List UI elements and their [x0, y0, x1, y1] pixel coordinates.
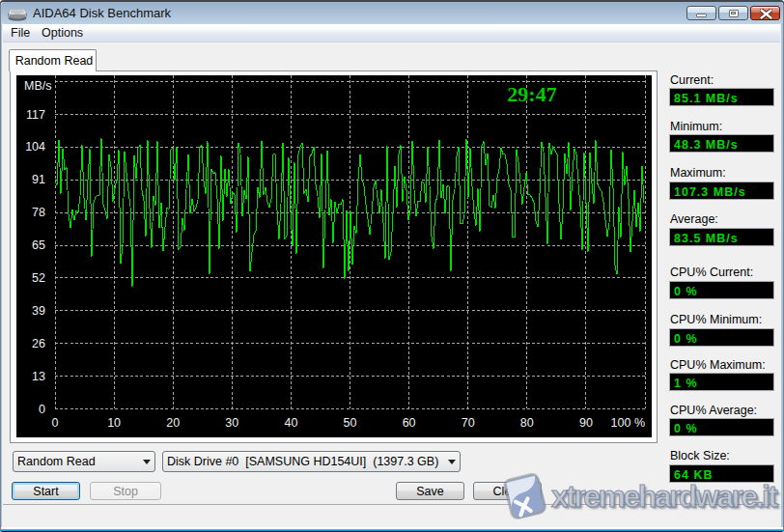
svg-text:50: 50: [344, 416, 357, 430]
svg-text:40: 40: [284, 416, 297, 430]
svg-text:65: 65: [32, 238, 45, 252]
svg-text:60: 60: [403, 416, 416, 430]
svg-text:70: 70: [462, 416, 475, 430]
svg-text:0: 0: [39, 403, 45, 416]
svg-text:80: 80: [520, 416, 534, 430]
svg-text:MB/s: MB/s: [24, 79, 51, 93]
svg-text:117: 117: [26, 108, 45, 122]
svg-text:91: 91: [32, 173, 45, 186]
svg-text:20: 20: [166, 416, 180, 430]
svg-text:29:47: 29:47: [507, 82, 556, 106]
svg-text:0: 0: [52, 416, 59, 430]
svg-text:10: 10: [107, 416, 121, 430]
svg-text:90: 90: [579, 416, 593, 430]
svg-text:30: 30: [225, 416, 238, 430]
svg-text:100 %: 100 %: [611, 416, 645, 430]
svg-text:104: 104: [25, 140, 45, 154]
svg-text:26: 26: [32, 337, 45, 350]
svg-text:78: 78: [32, 206, 45, 219]
svg-text:39: 39: [32, 304, 45, 318]
svg-text:52: 52: [32, 271, 45, 285]
svg-text:13: 13: [32, 370, 45, 383]
